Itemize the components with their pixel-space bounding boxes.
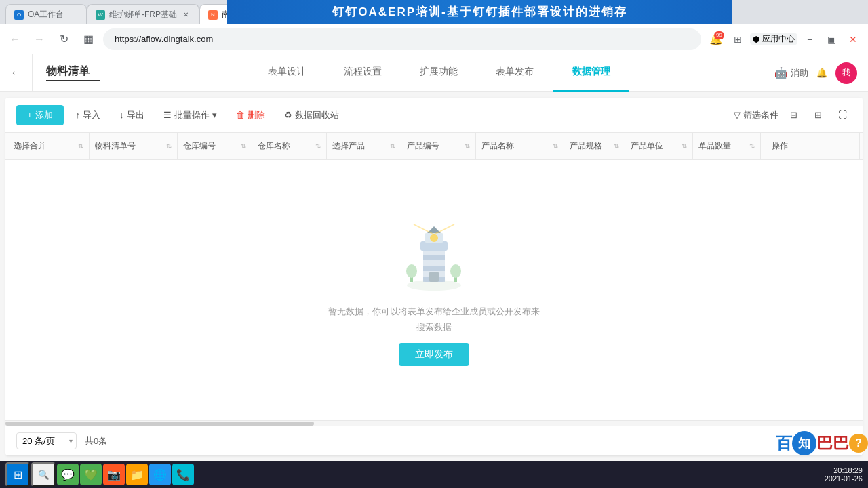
taskbar-photo[interactable]: 📷 bbox=[103, 464, 125, 485]
delete-button[interactable]: 🗑 删除 bbox=[229, 105, 272, 125]
export-label: 导出 bbox=[127, 109, 144, 121]
col-label-9: 单品数量 bbox=[698, 140, 731, 152]
taskbar: ⊞ 🔍 💬 💚 📷 📁 🌐 📞 20:18:29 2021-01-26 bbox=[0, 461, 868, 488]
svg-rect-2 bbox=[423, 255, 445, 260]
page-title-area: 物料清单 bbox=[33, 64, 114, 81]
sort-icon-4: ⇅ bbox=[390, 142, 395, 150]
svg-point-13 bbox=[406, 264, 417, 278]
page-size-select[interactable]: 20 条/页 50 条/页 100 条/页 bbox=[16, 432, 77, 449]
total-count: 共0条 bbox=[85, 435, 107, 447]
scroll-thumb[interactable] bbox=[5, 422, 314, 426]
tab-frp[interactable]: W 维护绑单-FRP基础 ✕ bbox=[87, 4, 199, 24]
maximize-button[interactable]: ▣ bbox=[822, 30, 841, 49]
nav-tabs: 表单设计 流程设置 扩展功能 表单发布 数据管理 bbox=[114, 54, 764, 92]
sort-icon-7: ⇅ bbox=[614, 142, 619, 150]
col-header-8[interactable]: 产品单位 ⇅ bbox=[625, 133, 693, 159]
publish-button[interactable]: 立即发布 bbox=[399, 343, 469, 366]
tab-form-publish[interactable]: 表单发布 bbox=[477, 54, 553, 92]
back-button[interactable]: ← bbox=[5, 30, 24, 49]
col-label-1: 物料清单号 bbox=[95, 140, 136, 152]
pagination-bar: 20 条/页 50 条/页 100 条/页 共0条 bbox=[5, 426, 863, 455]
tab-oa[interactable]: O OA工作台 bbox=[5, 4, 87, 24]
taskbar-cortana[interactable]: 🔍 bbox=[31, 462, 56, 487]
add-icon: + bbox=[27, 110, 33, 120]
page-size-wrapper[interactable]: 20 条/页 50 条/页 100 条/页 bbox=[16, 432, 77, 449]
col-header-0[interactable]: 选择合并 ⇅ bbox=[8, 133, 90, 159]
empty-line2: 搜索数据 bbox=[328, 319, 540, 335]
sort-icon-2: ⇅ bbox=[241, 142, 246, 150]
col-header-3[interactable]: 仓库名称 ⇅ bbox=[252, 133, 327, 159]
address-input[interactable]: https://aflow.dingtalk.com bbox=[103, 28, 701, 50]
toolbar-right: ▽ 筛选条件 ⊟ ⊞ ⛶ bbox=[734, 106, 852, 125]
batch-dropdown-icon: ▾ bbox=[212, 110, 217, 120]
taskbar-browser[interactable]: 🌐 bbox=[149, 464, 171, 485]
bell-button[interactable]: 🔔 bbox=[816, 68, 827, 78]
delete-icon: 🗑 bbox=[236, 110, 245, 120]
svg-point-7 bbox=[430, 234, 438, 242]
sort-icon-0: ⇅ bbox=[78, 142, 83, 150]
col-header-4[interactable]: 选择产品 ⇅ bbox=[327, 133, 401, 159]
system-clock: 20:18:29 2021-01-26 bbox=[825, 466, 863, 483]
taskbar-wechat[interactable]: 💚 bbox=[80, 464, 102, 485]
col-header-2[interactable]: 仓库编号 ⇅ bbox=[178, 133, 252, 159]
horizontal-scrollbar[interactable] bbox=[5, 420, 863, 426]
col-label-6: 产品名称 bbox=[481, 140, 514, 152]
col-header-1[interactable]: 物料清单号 ⇅ bbox=[90, 133, 178, 159]
reload-button[interactable]: ↻ bbox=[54, 30, 73, 49]
empty-state: 暂无数据，你可以将表单发布给企业成员或公开发布来 搜索数据 立即发布 bbox=[328, 214, 540, 367]
taskbar-right: 20:18:29 2021-01-26 bbox=[825, 466, 863, 483]
app-header: ← 物料清单 表单设计 流程设置 扩展功能 表单发布 bbox=[0, 54, 868, 92]
minimize-button[interactable]: − bbox=[800, 30, 819, 49]
col-header-6[interactable]: 产品名称 ⇅ bbox=[476, 133, 564, 159]
recycle-icon: ♻ bbox=[284, 110, 292, 120]
svg-point-15 bbox=[450, 264, 461, 278]
col-header-9[interactable]: 单品数量 ⇅ bbox=[693, 133, 761, 159]
sort-icon-3: ⇅ bbox=[315, 142, 321, 150]
svg-rect-5 bbox=[420, 241, 448, 251]
tab-favicon-oa: O bbox=[14, 10, 24, 20]
add-button[interactable]: + 添加 bbox=[16, 105, 64, 125]
tab-flow-settings[interactable]: 流程设置 bbox=[325, 54, 401, 92]
forward-button[interactable]: → bbox=[30, 30, 49, 49]
export-button[interactable]: ↓ 导出 bbox=[113, 105, 151, 125]
taskbar-folder[interactable]: 📁 bbox=[126, 464, 148, 485]
app-center-btn[interactable]: ⬢ 应用中心 bbox=[750, 33, 797, 45]
address-text: https://aflow.dingtalk.com bbox=[115, 34, 213, 44]
taskbar-chat[interactable]: 💬 bbox=[57, 464, 79, 485]
assistant-label: 消助 bbox=[791, 67, 808, 79]
fullscreen-icon: ⛶ bbox=[838, 110, 847, 120]
col-header-7[interactable]: 产品规格 ⇅ bbox=[564, 133, 625, 159]
grid-view-button[interactable]: ⊞ bbox=[808, 106, 827, 125]
back-to-list-button[interactable]: ← bbox=[0, 54, 33, 92]
user-avatar[interactable]: 我 bbox=[835, 62, 857, 84]
dingtalk-icon[interactable]: 🔔 99 bbox=[707, 30, 726, 49]
sort-icon-8: ⇅ bbox=[682, 142, 687, 150]
import-icon: ↑ bbox=[76, 110, 81, 120]
batch-button[interactable]: ☰ 批量操作 ▾ bbox=[157, 105, 224, 125]
home-button[interactable]: ▦ bbox=[79, 30, 98, 49]
tab-extend-features[interactable]: 扩展功能 bbox=[401, 54, 477, 92]
delete-label: 删除 bbox=[248, 109, 265, 121]
recycle-label: 数据回收站 bbox=[295, 109, 339, 121]
tab-form-design[interactable]: 表单设计 bbox=[249, 54, 325, 92]
import-button[interactable]: ↑ 导入 bbox=[69, 105, 108, 125]
tab-close-frp[interactable]: ✕ bbox=[181, 10, 191, 20]
recycle-button[interactable]: ♻ 数据回收站 bbox=[277, 105, 346, 125]
col-header-5[interactable]: 产品编号 ⇅ bbox=[401, 133, 476, 159]
tab-data-management[interactable]: 数据管理 bbox=[553, 54, 629, 92]
taskbar-phone[interactable]: 📞 bbox=[172, 464, 194, 485]
column-settings-icon: ⊟ bbox=[790, 110, 797, 120]
column-settings-button[interactable]: ⊟ bbox=[784, 106, 803, 125]
assistant-button[interactable]: 🤖 消助 bbox=[774, 66, 808, 79]
toolbar: + 添加 ↑ 导入 ↓ 导出 ☰ 批量操作 ▾ 🗑 删 bbox=[5, 98, 863, 133]
batch-icon: ☰ bbox=[163, 110, 172, 120]
filter-button[interactable]: ▽ 筛选条件 bbox=[734, 109, 778, 121]
col-label-8: 产品单位 bbox=[631, 140, 663, 152]
start-button[interactable]: ⊞ bbox=[5, 462, 30, 487]
close-window-button[interactable]: ✕ bbox=[844, 30, 863, 49]
extensions-icon[interactable]: ⊞ bbox=[728, 30, 747, 49]
page-title: 物料清单 bbox=[46, 64, 100, 81]
col-label-0: 选择合并 bbox=[14, 140, 46, 152]
sort-icon-6: ⇅ bbox=[553, 142, 558, 150]
fullscreen-button[interactable]: ⛶ bbox=[833, 106, 852, 125]
